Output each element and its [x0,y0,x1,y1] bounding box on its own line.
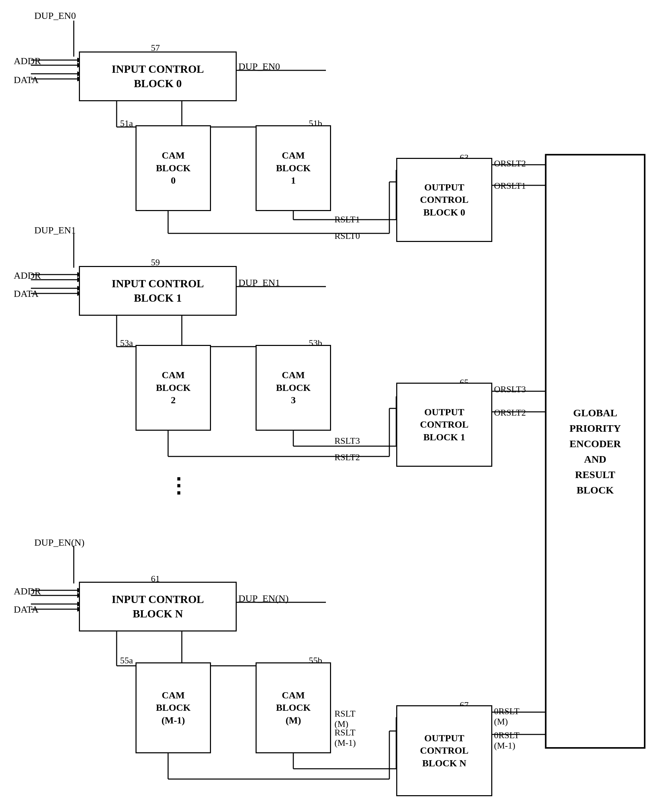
dup-enN-right-label: DUP_EN(N) [238,593,289,604]
output-control-block-0: OUTPUT CONTROL BLOCK 0 [396,158,492,242]
cam-block-1: CAM BLOCK 1 [255,125,331,211]
cam-block-0: CAM BLOCK 0 [136,125,211,211]
rslt2-label: RSLT2 [334,452,360,463]
cam-block-3: CAM BLOCK 3 [255,345,331,431]
rslt0-label: RSLT0 [334,231,360,241]
rsltM-label: RSLT (M) [334,709,355,729]
orslt1-ocb0-label: ORSLT1 [494,181,526,191]
dup-en0-right-label: DUP_EN0 [238,61,280,72]
orsltM-label: 0RSLT (M) [494,706,519,727]
cam-block-M: CAM BLOCK (M) [255,662,331,753]
input-control-block-0: INPUT CONTROL BLOCK 0 [79,52,237,101]
cam-block-2: CAM BLOCK 2 [136,345,211,431]
orslt2-ocb1-label: ORSLT2 [494,408,526,418]
addr-label-N: ADDR [14,586,41,597]
output-control-block-1: OUTPUT CONTROL BLOCK 1 [396,383,492,467]
rslt3-label: RSLT3 [334,436,360,446]
orslt3-label: ORSLT3 [494,384,526,395]
input-control-block-N: INPUT CONTROL BLOCK N [79,582,237,632]
continuation-dots: ⋮ [168,474,190,498]
orsltM1-label: 0RSLT (M-1) [494,730,519,751]
data-label-0: DATA [14,74,38,85]
dup-en1-top-label: DUP_EN1 [34,225,76,236]
input-control-block-1: INPUT CONTROL BLOCK 1 [79,266,237,316]
data-label-1: DATA [14,288,38,299]
addr-label-1: ADDR [14,270,41,281]
cam-block-M1: CAM BLOCK (M-1) [136,662,211,753]
data-label-N: DATA [14,604,38,615]
orslt2-ocb0-top-label: ORSLT2 [494,158,526,169]
diagram: DUP_EN0 DUP_EN0 ADDR DATA 57 INPUT CONTR… [0,0,659,812]
dup-enN-top-label: DUP_EN(N) [34,537,84,548]
cam0-ref: 51a [120,118,133,129]
output-control-block-N: OUTPUT CONTROL BLOCK N [396,705,492,796]
rslt1-label: RSLT1 [334,215,360,225]
dup-en1-right-label: DUP_EN1 [238,277,280,288]
cam2-ref: 53a [120,338,133,348]
dup-en0-top-label: DUP_EN0 [34,10,76,21]
addr-label-0: ADDR [14,55,41,66]
rsltM1-label: RSLT (M-1) [334,728,356,748]
global-priority-encoder-block: GLOBAL PRIORITY ENCODER AND RESULT BLOCK [545,155,645,748]
camM1-ref: 55a [120,656,133,666]
